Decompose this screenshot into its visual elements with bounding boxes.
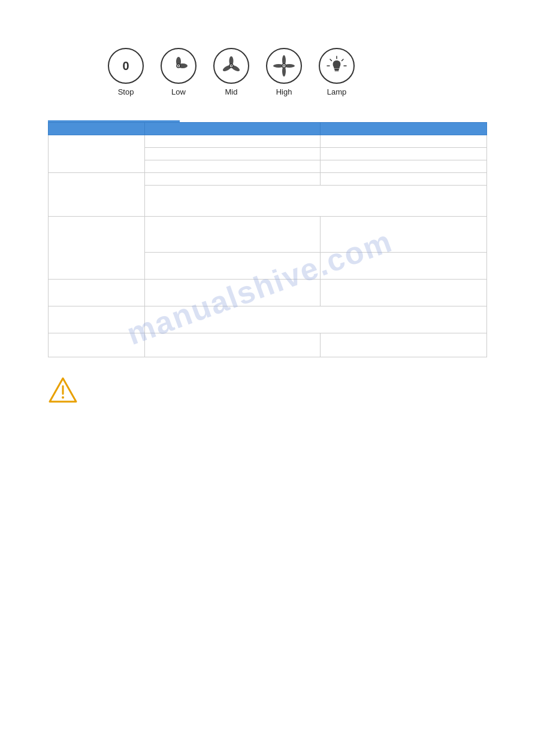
warning-section bbox=[48, 375, 487, 405]
table-row bbox=[49, 280, 487, 306]
lamp-label: Lamp bbox=[327, 87, 347, 96]
table-row bbox=[49, 333, 487, 357]
low-icon-circle bbox=[161, 48, 197, 84]
table-header-row bbox=[49, 123, 487, 135]
warning-icon bbox=[48, 375, 78, 405]
table-header-col1 bbox=[49, 123, 145, 135]
table-row bbox=[49, 306, 487, 333]
table-cell bbox=[320, 173, 486, 186]
mid-icon-circle bbox=[213, 48, 249, 84]
svg-line-18 bbox=[330, 59, 332, 61]
icon-lamp: Lamp bbox=[319, 48, 355, 96]
table-cell bbox=[49, 306, 145, 333]
table-cell bbox=[49, 280, 145, 306]
svg-point-24 bbox=[62, 396, 64, 399]
table-cell bbox=[145, 186, 487, 217]
icon-high: High bbox=[266, 48, 302, 96]
table-cell bbox=[320, 148, 486, 160]
lamp-icon-circle bbox=[319, 48, 355, 84]
table-header-col2 bbox=[145, 123, 321, 135]
table-row bbox=[49, 217, 487, 253]
table-cell bbox=[145, 173, 321, 186]
svg-rect-21 bbox=[335, 71, 339, 72]
low-fan-icon bbox=[167, 54, 190, 77]
table-row bbox=[49, 135, 487, 148]
svg-line-16 bbox=[342, 59, 344, 61]
table-cell bbox=[49, 217, 145, 280]
mid-fan-icon bbox=[220, 54, 243, 77]
table-cell bbox=[320, 333, 486, 357]
table-cell bbox=[145, 135, 321, 148]
main-table bbox=[48, 122, 487, 357]
low-label: Low bbox=[171, 87, 186, 96]
table-cell bbox=[145, 160, 321, 173]
table-header-col3 bbox=[320, 123, 486, 135]
high-icon-circle bbox=[266, 48, 302, 84]
table-cell bbox=[145, 253, 321, 280]
svg-point-8 bbox=[231, 65, 232, 66]
table-cell bbox=[145, 333, 321, 357]
mid-label: Mid bbox=[225, 87, 238, 96]
lamp-icon bbox=[325, 54, 348, 77]
fan-speed-icons-section: 0 Stop Low bbox=[48, 48, 487, 96]
table-cell bbox=[49, 333, 145, 357]
table-cell bbox=[49, 135, 145, 173]
high-fan-icon bbox=[273, 54, 295, 77]
table-cell bbox=[145, 217, 321, 253]
svg-point-14 bbox=[283, 65, 285, 67]
stop-label: Stop bbox=[118, 87, 134, 96]
stop-icon-circle: 0 bbox=[108, 48, 144, 84]
icon-stop: 0 Stop bbox=[108, 48, 144, 96]
table-cell bbox=[320, 135, 486, 148]
high-label: High bbox=[276, 87, 292, 96]
icon-mid: Mid bbox=[213, 48, 249, 96]
table-section bbox=[48, 120, 487, 357]
table-cell bbox=[49, 173, 145, 217]
table-cell bbox=[145, 306, 487, 333]
svg-rect-20 bbox=[334, 69, 339, 70]
table-cell bbox=[320, 217, 486, 253]
icon-low: Low bbox=[161, 48, 197, 96]
table-cell bbox=[320, 253, 486, 280]
table-cell bbox=[320, 160, 486, 173]
table-cell bbox=[145, 148, 321, 160]
svg-point-3 bbox=[178, 65, 179, 66]
table-cell bbox=[145, 280, 321, 306]
table-row bbox=[49, 173, 487, 186]
table-cell bbox=[320, 280, 486, 306]
